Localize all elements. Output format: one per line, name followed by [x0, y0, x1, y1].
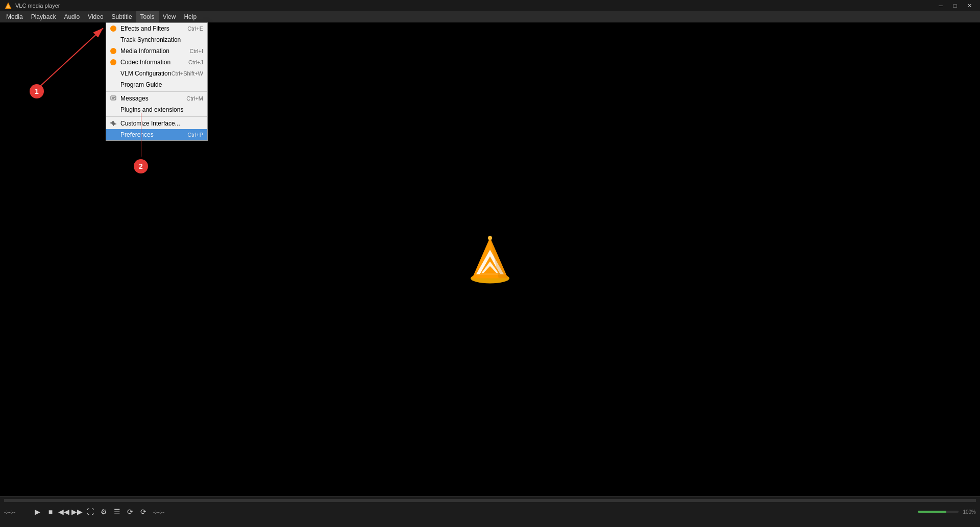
- time-total: -:--:--: [153, 509, 179, 515]
- stop-button[interactable]: ■: [45, 506, 56, 517]
- maximize-button[interactable]: □: [948, 1, 962, 10]
- progress-bar-container[interactable]: [4, 499, 976, 502]
- menu-effects-filters[interactable]: Effects and Filters Ctrl+E: [106, 23, 207, 34]
- vlm-config-label: VLM Configuration: [120, 70, 171, 77]
- controls-row: -:--:-- ▶ ■ ◀◀ ▶▶ ⛶ ⚙ ☰ ⟳ ⟳ -:--:-- 100%: [0, 504, 980, 519]
- separator-1: [106, 91, 207, 92]
- title-bar-left: VLC media player: [4, 2, 60, 10]
- customize-icon: [109, 119, 117, 128]
- menu-vlm-config[interactable]: VLM Configuration Ctrl+Shift+W: [106, 68, 207, 79]
- menu-item-media[interactable]: Media: [2, 11, 27, 22]
- time-current: -:--:--: [4, 509, 30, 515]
- preferences-shortcut: Ctrl+P: [187, 132, 203, 138]
- shuffle-button[interactable]: ⟳: [138, 506, 149, 517]
- bottom-bar: -:--:-- ▶ ■ ◀◀ ▶▶ ⛶ ⚙ ☰ ⟳ ⟳ -:--:-- 100%: [0, 496, 980, 527]
- menu-messages[interactable]: Messages Ctrl+M: [106, 93, 207, 104]
- customize-interface-label: Customize Interface...: [120, 120, 180, 127]
- fullscreen-button[interactable]: ⛶: [85, 506, 96, 517]
- minimize-button[interactable]: ─: [934, 1, 947, 10]
- window-title: VLC media player: [15, 3, 60, 9]
- menu-program-guide[interactable]: Program Guide: [106, 79, 207, 90]
- menu-item-audio[interactable]: Audio: [60, 11, 84, 22]
- play-button[interactable]: ▶: [32, 506, 43, 517]
- menu-codec-info[interactable]: Codec Information Ctrl+J: [106, 57, 207, 68]
- playlist-button[interactable]: ☰: [111, 506, 122, 517]
- track-sync-label: Track Synchronization: [120, 36, 181, 43]
- codec-icon: [109, 58, 117, 66]
- menu-item-view[interactable]: View: [159, 11, 180, 22]
- volume-label: 100%: [963, 509, 976, 515]
- svg-point-11: [488, 236, 492, 240]
- loop-button[interactable]: ⟳: [125, 506, 136, 517]
- menu-customize-interface[interactable]: Customize Interface...: [106, 118, 207, 129]
- effects-filters-shortcut: Ctrl+E: [187, 26, 203, 32]
- preferences-label: Preferences: [120, 131, 154, 138]
- cone-svg: [467, 233, 513, 284]
- volume-slider[interactable]: [918, 511, 959, 513]
- prev-button[interactable]: ◀◀: [58, 506, 69, 517]
- menu-plugins[interactable]: Plugins and extensions: [106, 104, 207, 115]
- codec-info-shortcut: Ctrl+J: [188, 59, 203, 65]
- program-guide-label: Program Guide: [120, 81, 162, 88]
- messages-shortcut: Ctrl+M: [186, 95, 203, 102]
- effects-filters-label: Effects and Filters: [120, 25, 169, 32]
- vlm-config-shortcut: Ctrl+Shift+W: [172, 70, 203, 77]
- title-bar-controls: ─ □ ✕: [934, 1, 976, 10]
- media-info-shortcut: Ctrl+I: [189, 48, 203, 54]
- close-button[interactable]: ✕: [963, 1, 976, 10]
- extended-button[interactable]: ⚙: [98, 506, 109, 517]
- effects-icon: [109, 24, 117, 33]
- tools-dropdown-menu: Effects and Filters Ctrl+E Track Synchro…: [106, 22, 208, 141]
- plugins-label: Plugins and extensions: [120, 106, 183, 113]
- menu-preferences[interactable]: Preferences Ctrl+P: [106, 129, 207, 140]
- vlc-icon: [4, 2, 12, 10]
- menu-item-tools[interactable]: Tools: [136, 11, 159, 22]
- menu-item-video[interactable]: Video: [84, 11, 107, 22]
- media-info-label: Media Information: [120, 47, 169, 55]
- menu-bar: Media Playback Audio Video Subtitle Tool…: [0, 11, 980, 22]
- vlc-cone: [467, 233, 513, 286]
- menu-item-subtitle[interactable]: Subtitle: [108, 11, 136, 22]
- menu-media-info[interactable]: Media Information Ctrl+I: [106, 45, 207, 57]
- messages-label: Messages: [120, 95, 149, 102]
- separator-2: [106, 116, 207, 117]
- media-info-icon: [109, 47, 117, 55]
- svg-rect-2: [111, 96, 116, 100]
- next-button[interactable]: ▶▶: [71, 506, 83, 517]
- menu-item-help[interactable]: Help: [180, 11, 201, 22]
- menu-track-sync[interactable]: Track Synchronization: [106, 34, 207, 45]
- menu-item-playback[interactable]: Playback: [27, 11, 60, 22]
- title-bar: VLC media player ─ □ ✕: [0, 0, 980, 11]
- codec-info-label: Codec Information: [120, 59, 170, 66]
- messages-icon: [109, 94, 117, 103]
